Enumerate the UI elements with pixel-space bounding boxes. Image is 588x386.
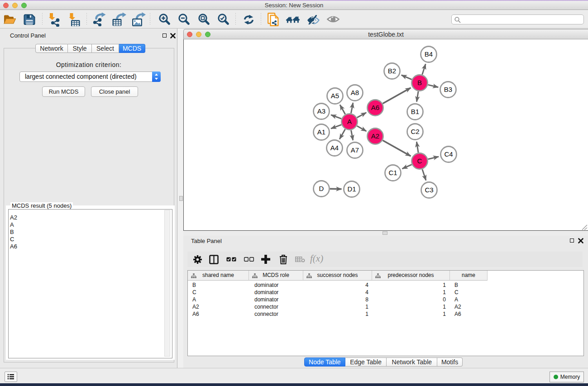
svg-text:A3: A3	[317, 107, 325, 115]
svg-text:A6: A6	[371, 104, 379, 111]
svg-text:C2: C2	[411, 128, 419, 135]
svg-text:D: D	[319, 185, 324, 192]
svg-text:A8: A8	[351, 89, 359, 96]
svg-text:A7: A7	[351, 146, 359, 154]
svg-text:A5: A5	[331, 92, 339, 100]
svg-text:B1: B1	[411, 108, 419, 115]
svg-text:C3: C3	[425, 186, 433, 194]
svg-text:C: C	[417, 157, 422, 165]
svg-text:B4: B4	[425, 50, 433, 58]
svg-text:A2: A2	[371, 132, 379, 140]
svg-text:B2: B2	[388, 67, 396, 75]
svg-text:D1: D1	[347, 185, 356, 193]
svg-text:A4: A4	[330, 144, 339, 152]
svg-text:B3: B3	[444, 86, 452, 93]
svg-text:C4: C4	[444, 150, 453, 158]
svg-text:C1: C1	[388, 169, 397, 176]
svg-text:A: A	[347, 118, 352, 125]
svg-text:A1: A1	[317, 128, 325, 136]
svg-text:B: B	[417, 79, 422, 86]
